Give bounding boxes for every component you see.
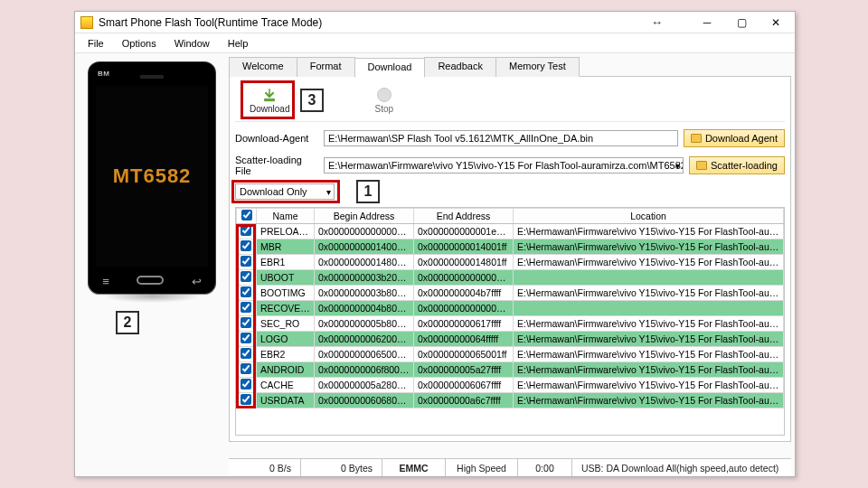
cell-location: E:\Hermawan\Firmware\vivo Y15\vivo-Y15 F… [514, 239, 784, 255]
col-select[interactable] [237, 209, 257, 224]
table-row[interactable]: EBR20x00000000065000000x00000000065001ff… [237, 347, 784, 362]
cell-end: 0x000000000617ffff [414, 316, 514, 332]
tabs: Welcome Format Download Readback Memory … [229, 57, 791, 77]
row-checkbox[interactable] [241, 348, 251, 359]
tab-format[interactable]: Format [297, 57, 355, 77]
row-checkbox[interactable] [241, 271, 251, 282]
row-checkbox[interactable] [241, 317, 251, 328]
folder-icon [696, 161, 707, 170]
status-usb: USB: DA Download All(high speed,auto det… [572, 459, 791, 476]
row-checkbox[interactable] [241, 379, 251, 389]
scatter-browse-button[interactable]: Scatter-loading [689, 156, 785, 174]
left-pane: BM MT6582 ≡ ↩ [75, 53, 229, 476]
cell-begin: 0x0000000006f80000 [315, 362, 414, 378]
cell-end: 0x00000000065001ff [414, 347, 514, 362]
cell-end: 0x000000006067ffff [414, 378, 514, 393]
col-end[interactable]: End Address [414, 209, 514, 224]
cell-begin: 0x0000000006500000 [315, 347, 414, 362]
minimize-button[interactable]: ─ [690, 13, 724, 33]
table-row[interactable]: RECOVERY0x0000000004b800000x000000000000… [237, 301, 784, 316]
col-location[interactable]: Location [514, 209, 784, 224]
table-row[interactable]: USRDATA0x00000000606800000x00000000a6c7f… [237, 393, 784, 408]
table-row[interactable]: UBOOT0x0000000003b200000x000000000000000… [237, 270, 784, 286]
mode-combo[interactable]: Download Only [235, 183, 335, 200]
cell-location: E:\Hermawan\Firmware\vivo Y15\vivo-Y15 F… [514, 255, 784, 270]
row-checkbox[interactable] [241, 302, 251, 313]
row-checkbox[interactable] [241, 363, 251, 374]
menu-options[interactable]: Options [113, 36, 165, 51]
phone-brand: BM [98, 70, 109, 78]
phone-nav: ≡ ↩ [89, 275, 215, 288]
row-checkbox[interactable] [241, 394, 251, 405]
download-button[interactable]: Download [250, 86, 289, 114]
cell-end: 0x00000000064fffff [414, 332, 514, 347]
cell-name: PRELOADER [257, 224, 315, 239]
table-row[interactable]: CACHE0x000000005a2800000x000000006067fff… [237, 378, 784, 393]
table-row[interactable]: MBR0x00000000014000000x00000000014001ffE… [237, 239, 784, 255]
status-time: 0:00 [518, 459, 572, 476]
row-checkbox[interactable] [241, 225, 251, 236]
scatter-browse-label: Scatter-loading [711, 160, 778, 171]
maximize-button[interactable]: ▢ [724, 13, 759, 33]
tab-download[interactable]: Download [354, 58, 426, 78]
callout-3: 3 [300, 89, 324, 112]
cell-end: 0x00000000014801ff [414, 255, 514, 270]
cell-end: 0x000000005a27ffff [414, 362, 514, 378]
stop-icon [377, 88, 392, 102]
tab-welcome[interactable]: Welcome [229, 57, 297, 77]
cell-begin: 0x0000000001480000 [315, 255, 414, 270]
cell-name: RECOVERY [257, 301, 315, 316]
cell-end: 0x00000000014001ff [414, 239, 514, 255]
table-header-row: Name Begin Address End Address Location [237, 209, 784, 224]
cell-name: USRDATA [257, 393, 315, 408]
row-checkbox[interactable] [241, 333, 251, 343]
callout-2: 2 [116, 311, 139, 334]
cell-end: 0x0000000000000000 [414, 270, 514, 286]
tab-memory-test[interactable]: Memory Test [495, 57, 580, 77]
table-row[interactable]: LOGO0x00000000062000000x00000000064fffff… [237, 332, 784, 347]
menu-help[interactable]: Help [219, 36, 258, 51]
cell-begin: 0x0000000006200000 [315, 332, 414, 347]
status-bytes: 0 Bytes [301, 459, 382, 476]
table-row[interactable]: SEC_RO0x0000000005b800000x000000000617ff… [237, 316, 784, 332]
select-all-checkbox[interactable] [241, 210, 252, 221]
status-storage: EMMC [382, 459, 446, 476]
table-row[interactable]: EBR10x00000000014800000x00000000014801ff… [237, 255, 784, 270]
drag-handle-icon[interactable]: ↔ [651, 15, 663, 29]
menu-file[interactable]: File [79, 36, 113, 51]
col-begin[interactable]: Begin Address [315, 209, 414, 224]
table-row[interactable]: ANDROID0x0000000006f800000x000000005a27f… [237, 362, 784, 378]
app-window: Smart Phone Flash Tool(Runtime Trace Mod… [74, 11, 796, 477]
status-speed: High Speed [446, 459, 518, 476]
row-checkbox[interactable] [241, 286, 251, 297]
cell-location: E:\Hermawan\Firmware\vivo Y15\vivo-Y15 F… [514, 378, 784, 393]
col-name[interactable]: Name [257, 209, 315, 224]
window-title: Smart Phone Flash Tool(Runtime Trace Mod… [99, 16, 322, 29]
download-agent-row: Download-Agent E:\Hermawan\SP Flash Tool… [235, 129, 785, 147]
stop-button[interactable]: Stop [374, 86, 393, 114]
cell-location: E:\Hermawan\Firmware\vivo Y15\vivo-Y15 F… [514, 316, 784, 332]
download-arrow-icon [260, 86, 278, 104]
cell-begin: 0x0000000005b80000 [315, 316, 414, 332]
menu-icon: ≡ [102, 275, 109, 288]
da-browse-button[interactable]: Download Agent [684, 129, 785, 147]
scatter-field[interactable]: E:\Hermawan\Firmware\vivo Y15\vivo-Y15 F… [324, 157, 684, 174]
close-button[interactable]: ✕ [759, 13, 793, 33]
table-row[interactable]: BOOTIMG0x0000000003b800000x0000000004b7f… [237, 286, 784, 301]
row-checkbox[interactable] [241, 240, 251, 251]
folder-icon [691, 134, 702, 143]
scatter-label: Scatter-loading File [235, 155, 318, 176]
cell-location [514, 270, 784, 286]
cell-name: ANDROID [257, 362, 315, 378]
table-row[interactable]: PRELOADER0x00000000000000000x00000000000… [237, 224, 784, 239]
phone-earpiece-icon [140, 75, 164, 79]
cell-begin: 0x0000000060680000 [315, 393, 414, 408]
menu-window[interactable]: Window [165, 36, 219, 51]
row-checkbox[interactable] [241, 256, 251, 267]
cell-name: EBR1 [257, 255, 315, 270]
cell-name: CACHE [257, 378, 315, 393]
mode-row: Download Only 1 [235, 183, 785, 200]
da-field[interactable]: E:\Hermawan\SP Flash Tool v5.1612\MTK_Al… [324, 130, 678, 146]
tab-readback[interactable]: Readback [424, 57, 496, 77]
cell-end: 0x000000000001e6d3 [414, 224, 514, 239]
